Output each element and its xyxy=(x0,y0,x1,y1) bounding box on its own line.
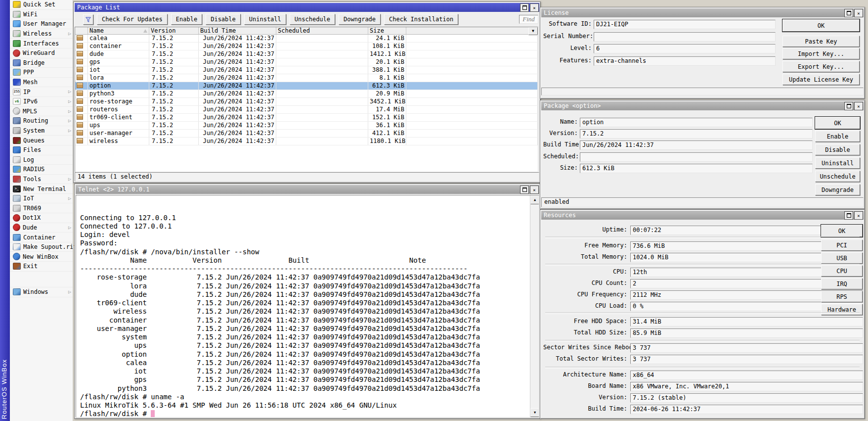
close-icon[interactable]: ✕ xyxy=(854,9,863,17)
toolbar-button-uninstall[interactable]: Uninstall xyxy=(244,14,286,25)
ok-button[interactable]: OK xyxy=(782,19,860,32)
paste-key-button[interactable]: Paste Key xyxy=(782,36,860,47)
table-row[interactable]: user-manager7.15.2Jun/26/2024 11:42:3741… xyxy=(75,130,538,138)
sidebar-item-ipv6[interactable]: v6IPv6▷ xyxy=(10,97,73,107)
license-titlebar[interactable]: License ✕ xyxy=(541,8,864,17)
sidebar-item-interfaces[interactable]: Interfaces xyxy=(10,39,73,48)
field-value[interactable]: 3 737 xyxy=(630,355,863,364)
sidebar-item-user-manager[interactable]: User Manager xyxy=(10,19,73,29)
column-header-build-time[interactable]: Build Time xyxy=(199,27,276,34)
field-value[interactable]: 7.15.2 xyxy=(580,129,813,139)
ok-button[interactable]: OK xyxy=(821,225,863,237)
toolbar-button-unschedule[interactable]: Unschedule xyxy=(290,14,335,25)
downgrade-button[interactable]: Downgrade xyxy=(815,184,860,195)
package-list-titlebar[interactable]: Package List ✕ xyxy=(75,3,539,12)
field-value[interactable]: DJ21-EIQP xyxy=(594,20,776,29)
table-row[interactable]: routeros7.15.2Jun/26/2024 11:42:3717.4 M… xyxy=(75,106,538,114)
find-input[interactable]: Find xyxy=(519,15,538,24)
column-header-size[interactable]: Size xyxy=(368,27,406,34)
table-row[interactable]: gps7.15.2Jun/26/2024 11:42:3720.1 KiB xyxy=(75,58,538,66)
sidebar-item-make-supout-rif[interactable]: Make Supout.rif xyxy=(10,242,73,252)
field-value[interactable]: option xyxy=(580,118,813,127)
field-value[interactable]: 3 737 xyxy=(630,343,863,353)
sidebar-item-files[interactable]: Files xyxy=(10,145,73,155)
field-value[interactable]: x86 VMware, Inc. VMware20,1 xyxy=(630,382,863,391)
field-value[interactable]: x86_64 xyxy=(630,371,863,380)
sidebar-item-iot[interactable]: IoT▷ xyxy=(10,194,73,204)
disable-button[interactable]: Disable xyxy=(815,144,860,155)
table-row[interactable]: lora7.15.2Jun/26/2024 11:42:378.1 KiB xyxy=(75,74,538,82)
sidebar-item-system[interactable]: System▷ xyxy=(10,126,73,136)
sidebar-item-ip[interactable]: 255IP▷ xyxy=(10,87,73,97)
column-header-scheduled[interactable]: Scheduled xyxy=(276,27,368,34)
sidebar-item-bridge[interactable]: Bridge xyxy=(10,58,73,68)
sidebar-item-routing[interactable]: Routing▷ xyxy=(10,116,73,126)
rps-button[interactable]: RPS xyxy=(821,291,863,302)
field-value[interactable]: 612.3 KiB xyxy=(580,164,813,173)
sidebar-item-dude[interactable]: Dude▷ xyxy=(10,223,73,233)
close-icon[interactable]: ✕ xyxy=(854,211,863,220)
scrollbar[interactable]: ▲ ▼ xyxy=(530,195,539,417)
sidebar-item-new-winbox[interactable]: New WinBox xyxy=(10,252,73,262)
table-row[interactable]: iot7.15.2Jun/26/2024 11:42:37388.1 KiB xyxy=(75,66,538,74)
usb-button[interactable]: USB xyxy=(821,252,863,264)
toolbar-button-disable[interactable]: Disable xyxy=(206,14,241,25)
unschedule-button[interactable]: Unschedule xyxy=(815,171,860,182)
table-row[interactable]: wireless7.15.2Jun/26/2024 11:42:371180.1… xyxy=(75,138,538,145)
field-value[interactable]: 31.4 MiB xyxy=(630,317,863,327)
toolbar-button-check-installation[interactable]: Check Installation xyxy=(384,14,458,25)
sidebar-item-container[interactable]: Container xyxy=(10,233,73,242)
sidebar-item-dot1x[interactable]: Dot1X xyxy=(10,213,73,223)
sidebar-item-ppp[interactable]: PPP xyxy=(10,68,73,78)
field-value[interactable]: Jun/26/2024 11:42:37 xyxy=(580,140,813,150)
column-select-button[interactable]: ▼ xyxy=(528,27,538,35)
filter-button[interactable] xyxy=(83,14,93,25)
sidebar-item-wireguard[interactable]: WireGuard xyxy=(10,48,73,58)
import-key--button[interactable]: Import Key... xyxy=(782,48,860,59)
sidebar-item-wireless[interactable]: Wireless▷ xyxy=(10,29,73,39)
sidebar-item-quick-set[interactable]: Quick Set xyxy=(10,0,73,10)
sidebar-item-new-terminal[interactable]: >_New Terminal xyxy=(10,184,73,194)
irq-button[interactable]: IRQ xyxy=(821,278,863,289)
field-value[interactable]: 2024-06-26 11:42:37 xyxy=(630,405,863,414)
terminal-output[interactable]: Connecting to 127.0.0.1 Connected to 127… xyxy=(80,196,480,418)
table-row[interactable]: python37.15.2Jun/26/2024 11:42:3720.9 Mi… xyxy=(75,90,538,98)
sidebar-item-mpls[interactable]: MPLS▷ xyxy=(10,107,73,117)
sidebar-item-radius[interactable]: RADIUS xyxy=(10,165,73,175)
sidebar-item-log[interactable]: Log xyxy=(10,155,73,165)
package-option-titlebar[interactable]: Package <option> ✕ xyxy=(541,101,864,110)
sidebar-item-queues[interactable]: Queues xyxy=(10,136,73,145)
export-key--button[interactable]: Export Key... xyxy=(782,61,860,72)
toolbar-button-enable[interactable]: Enable xyxy=(171,14,202,25)
table-row[interactable]: rose-storage7.15.2Jun/26/2024 11:42:3734… xyxy=(75,98,538,106)
enable-button[interactable]: Enable xyxy=(815,131,860,142)
field-value[interactable]: 6 xyxy=(594,44,776,53)
table-row[interactable]: ups7.15.2Jun/26/2024 11:42:3736.1 KiB xyxy=(75,122,538,130)
ok-button[interactable]: OK xyxy=(815,117,860,129)
uninstall-button[interactable]: Uninstall xyxy=(815,157,860,169)
sidebar-item-tools[interactable]: Tools▷ xyxy=(10,175,73,185)
sidebar-item-tr069[interactable]: TR069 xyxy=(10,203,73,213)
maximize-button[interactable] xyxy=(844,211,853,220)
maximize-button[interactable] xyxy=(844,9,853,17)
resources-titlebar[interactable]: Resources ✕ xyxy=(541,211,864,220)
toolbar-button-downgrade[interactable]: Downgrade xyxy=(339,14,381,25)
table-row[interactable]: calea7.15.2Jun/26/2024 11:42:3724.1 KiB xyxy=(75,35,538,43)
telnet-titlebar[interactable]: Telnet <2> 127.0.0.1 ✕ xyxy=(76,185,539,194)
pci-button[interactable]: PCI xyxy=(821,239,863,251)
maximize-button[interactable] xyxy=(520,186,529,194)
scroll-up-icon[interactable]: ▲ xyxy=(530,195,539,204)
close-icon[interactable]: ✕ xyxy=(854,102,863,110)
field-value[interactable]: extra-channels xyxy=(594,56,776,66)
table-row[interactable]: dude7.15.2Jun/26/2024 11:42:371412.1 KiB xyxy=(75,50,538,58)
field-value[interactable] xyxy=(594,32,776,42)
sidebar-item-mesh[interactable]: Mesh xyxy=(10,78,73,88)
close-icon[interactable]: ✕ xyxy=(530,186,539,194)
table-row[interactable]: option7.15.2Jun/26/2024 11:42:37612.3 Ki… xyxy=(75,82,538,90)
maximize-button[interactable] xyxy=(844,102,853,110)
field-value[interactable]: 7.15.2 (stable) xyxy=(630,393,863,403)
toolbar-button-check-for-updates[interactable]: Check For Updates xyxy=(97,14,168,25)
update-license-key-button[interactable]: Update License Key xyxy=(782,74,860,85)
table-row[interactable]: tr069-client7.15.2Jun/26/2024 11:42:3715… xyxy=(75,114,538,122)
table-row[interactable]: container7.15.2Jun/26/2024 11:42:37108.1… xyxy=(75,43,538,50)
